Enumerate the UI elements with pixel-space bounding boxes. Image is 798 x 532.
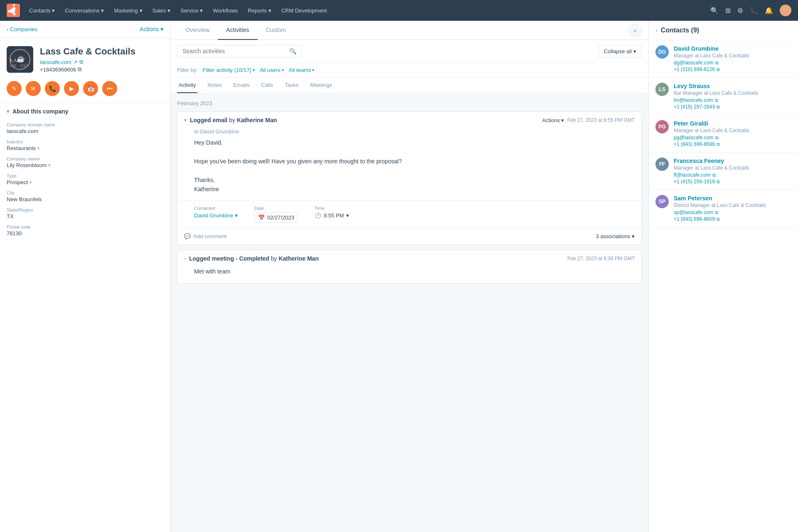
copy-phone-francesca-icon[interactable]: ⧉ bbox=[717, 179, 720, 185]
user-avatar[interactable] bbox=[780, 5, 791, 16]
contact-name-francesca[interactable]: Francesca Feeney bbox=[674, 158, 791, 164]
nav-contacts[interactable]: Contacts▾ bbox=[25, 5, 59, 16]
activities-content: February 2023 ▾ Logged email by Katherin… bbox=[170, 94, 648, 532]
activity-filter-button[interactable]: Filter activity (10/17) ▾ bbox=[203, 67, 255, 73]
contact-role-peter: Manager at Lass Cafe & Cocktails bbox=[674, 128, 791, 133]
copy-phone-david-icon[interactable]: ⧉ bbox=[717, 67, 720, 72]
activity-card-header-meeting: › Logged meeting - Completed by Katherin… bbox=[177, 250, 641, 267]
contact-name-levy[interactable]: Levy Strauss bbox=[674, 83, 791, 89]
time-input[interactable]: 🕐 8:55 PM ▾ bbox=[315, 212, 349, 219]
contacted-person-button[interactable]: David Grumbine ▾ bbox=[194, 212, 238, 219]
contact-card-sam: SP Sam Petersen District Manager at Lass… bbox=[649, 190, 798, 227]
settings-icon[interactable]: ⚙ bbox=[737, 7, 743, 15]
type-dropdown-icon[interactable]: ▾ bbox=[30, 180, 32, 185]
action-icons-bar: ✎ ✉ 📞 ▶ 📅 ••• bbox=[0, 81, 170, 103]
copy-phone-peter-icon[interactable]: ⧉ bbox=[717, 142, 720, 147]
domain-property: Company domain name lasscafe.com bbox=[0, 120, 170, 137]
top-navigation: Contacts▾ Conversations▾ Marketing▾ Sale… bbox=[0, 0, 798, 21]
copy-email-francesca-icon[interactable]: ⧉ bbox=[712, 172, 716, 178]
owner-property: Company owner Lily Rosenbloom ▾ bbox=[0, 154, 170, 171]
collapse-right-panel-icon[interactable]: ‹ bbox=[655, 27, 658, 34]
external-link-icon: ↗ bbox=[73, 59, 78, 65]
edit-action-icon[interactable]: ✎ bbox=[7, 81, 22, 96]
collapse-activity-icon[interactable]: ▾ bbox=[184, 117, 187, 123]
phone-action-icon[interactable]: 📞 bbox=[45, 81, 60, 96]
add-comment-button[interactable]: 💬 Add comment bbox=[184, 233, 227, 239]
actions-chevron-icon: ▾ bbox=[561, 117, 564, 123]
associations-chevron-icon: ▾ bbox=[632, 233, 635, 239]
filter-bar: Filter by: Filter activity (10/17) ▾ All… bbox=[170, 63, 648, 78]
industry-dropdown-icon[interactable]: ▾ bbox=[37, 146, 39, 150]
copy-email-levy-icon[interactable]: ⧉ bbox=[715, 98, 718, 103]
nav-sales[interactable]: Sales▾ bbox=[148, 5, 175, 16]
expand-panel-button[interactable]: » bbox=[628, 24, 642, 37]
contact-phone-peter: +1 (843) 696-8696 ⧉ bbox=[674, 141, 791, 147]
copy-website-icon[interactable]: ⧉ bbox=[79, 59, 83, 65]
contact-info-peter: Peter Giraldi Manager at Lass Cafe & Coc… bbox=[674, 120, 791, 147]
contact-card-david: DG David Grumbine Manager at Lass Cafe &… bbox=[649, 40, 798, 78]
associations-button[interactable]: 3 associations ▾ bbox=[596, 233, 635, 239]
users-filter-button[interactable]: All users ▾ bbox=[260, 67, 284, 73]
contact-avatar-david: DG bbox=[655, 45, 669, 59]
copy-email-peter-icon[interactable]: ⧉ bbox=[715, 135, 719, 140]
type-property: Type Prospect ▾ bbox=[0, 171, 170, 188]
back-to-companies[interactable]: ‹ Companies bbox=[7, 26, 37, 32]
email-metadata-grid: Contacted David Grumbine ▾ Date 📅 02/27/… bbox=[177, 200, 641, 228]
apps-icon[interactable]: ⊞ bbox=[725, 7, 731, 15]
task-action-icon[interactable]: 📅 bbox=[83, 81, 98, 96]
activity-tab-activity[interactable]: Activity bbox=[177, 78, 197, 93]
actions-button[interactable]: Actions ▾ bbox=[140, 26, 163, 32]
expand-activity-icon[interactable]: › bbox=[184, 256, 186, 261]
nav-reports[interactable]: Reports▾ bbox=[244, 5, 276, 16]
activity-card-meeting: › Logged meeting - Completed by Katherin… bbox=[177, 250, 642, 283]
activity-tab-emails[interactable]: Emails bbox=[232, 78, 251, 93]
contact-avatar-levy: LS bbox=[655, 83, 669, 96]
company-phone: +18436968606 ⧉ bbox=[40, 66, 135, 73]
contacts-panel-header: ‹ Contacts (9) bbox=[649, 21, 798, 40]
contact-info-david: David Grumbine Manager at Lass Cafe & Co… bbox=[674, 45, 791, 72]
tab-custom[interactable]: Custom bbox=[258, 21, 294, 40]
date-input[interactable]: 📅 02/27/2023 bbox=[254, 212, 298, 223]
about-section-header[interactable]: ▾ Company domain name About this company bbox=[0, 103, 170, 120]
activity-filter-chevron: ▾ bbox=[253, 68, 255, 72]
nav-service[interactable]: Service▾ bbox=[176, 5, 207, 16]
contact-name-sam[interactable]: Sam Petersen bbox=[674, 195, 791, 202]
company-website[interactable]: lasscafe.com ↗ ⧉ bbox=[40, 59, 135, 65]
phone-icon[interactable]: 📞 bbox=[750, 7, 758, 15]
activity-actions-button[interactable]: Actions ▾ bbox=[542, 117, 564, 123]
owner-dropdown-icon[interactable]: ▾ bbox=[48, 163, 50, 167]
copy-phone-icon[interactable]: ⧉ bbox=[78, 66, 81, 73]
activity-tab-notes[interactable]: Notes bbox=[206, 78, 223, 93]
search-icon[interactable]: 🔍 bbox=[710, 7, 719, 15]
activity-tab-meetings[interactable]: Meetings bbox=[308, 78, 334, 93]
nav-marketing[interactable]: Marketing▾ bbox=[110, 5, 146, 16]
notifications-icon[interactable]: 🔔 bbox=[765, 7, 773, 15]
more-action-icon[interactable]: ••• bbox=[102, 81, 117, 96]
nav-workflows[interactable]: Workflows bbox=[209, 5, 242, 16]
copy-email-david-icon[interactable]: ⧉ bbox=[715, 60, 719, 66]
contact-role-david: Manager at Lass Cafe & Cocktails bbox=[674, 53, 791, 59]
copy-phone-levy-icon[interactable]: ⧉ bbox=[717, 104, 720, 110]
teams-filter-button[interactable]: All teams ▾ bbox=[289, 67, 314, 73]
collapse-all-button[interactable]: Collapse all ▾ bbox=[598, 45, 642, 57]
activity-tab-calls[interactable]: Calls bbox=[259, 78, 275, 93]
video-action-icon[interactable]: ▶ bbox=[64, 81, 79, 96]
nav-crm-development[interactable]: CRM Development bbox=[277, 5, 331, 16]
tab-activities[interactable]: Activities bbox=[218, 21, 257, 40]
copy-email-sam-icon[interactable]: ⧉ bbox=[715, 210, 718, 215]
contacted-chevron-icon: ▾ bbox=[235, 212, 238, 219]
contact-avatar-peter: PG bbox=[655, 120, 669, 133]
contact-name-david[interactable]: David Grumbine bbox=[674, 45, 791, 52]
search-activities-input[interactable] bbox=[182, 48, 286, 54]
center-panel: Overview Activities Custom » 🔍 Collapse … bbox=[170, 21, 648, 532]
tab-overview[interactable]: Overview bbox=[177, 21, 218, 40]
activity-footer-email: 💬 Add comment 3 associations ▾ bbox=[177, 228, 641, 244]
copy-phone-sam-icon[interactable]: ⧉ bbox=[717, 217, 720, 222]
contact-card-levy: LS Levy Strauss Bar Manager at Lass Cafe… bbox=[649, 78, 798, 115]
nav-conversations[interactable]: Conversations▾ bbox=[61, 5, 108, 16]
users-filter-chevron: ▾ bbox=[282, 68, 284, 72]
contact-name-peter[interactable]: Peter Giraldi bbox=[674, 120, 791, 127]
email-action-icon[interactable]: ✉ bbox=[26, 81, 41, 96]
activity-tab-tasks[interactable]: Tasks bbox=[283, 78, 300, 93]
calendar-icon: 📅 bbox=[258, 214, 265, 221]
